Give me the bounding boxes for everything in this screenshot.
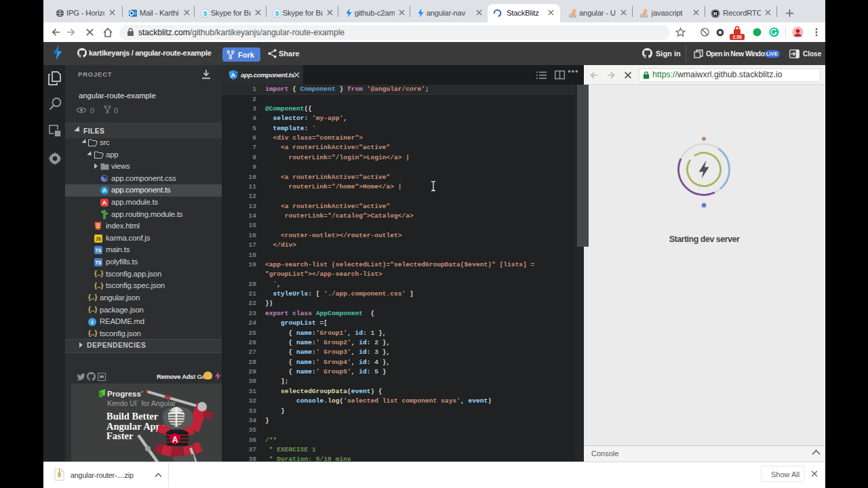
svg-text:S: S (203, 10, 208, 17)
svg-text:R: R (713, 11, 717, 17)
svg-text:S: S (275, 10, 279, 17)
svg-text:A: A (172, 435, 178, 445)
svg-text:Faster: Faster (106, 430, 134, 441)
svg-text:A: A (231, 71, 236, 79)
svg-text:Kendo UI´ for Angular: Kendo UI´ for Angular (107, 399, 176, 407)
svg-text:Progress´: Progress´ (107, 390, 144, 398)
